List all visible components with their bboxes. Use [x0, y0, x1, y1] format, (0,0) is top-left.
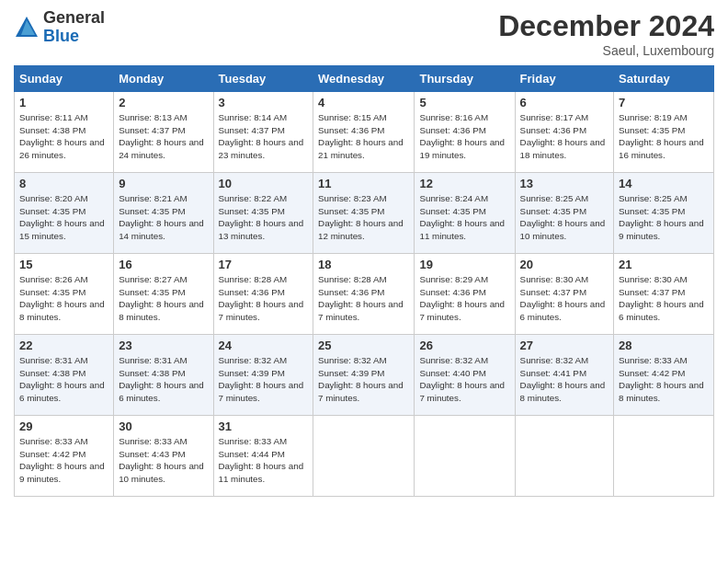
day-number: 7	[619, 96, 709, 109]
day-number: 6	[520, 96, 609, 109]
day-number: 22	[19, 339, 108, 352]
day-info: Sunrise: 8:30 AMSunset: 4:37 PMDaylight:…	[520, 274, 606, 322]
calendar-table: SundayMondayTuesdayWednesdayThursdayFrid…	[14, 65, 714, 497]
day-number: 11	[318, 177, 409, 190]
location: Saeul, Luxembourg	[498, 43, 714, 58]
day-cell-21: 21 Sunrise: 8:30 AMSunset: 4:37 PMDaylig…	[614, 254, 714, 335]
day-info: Sunrise: 8:28 AMSunset: 4:36 PMDaylight:…	[219, 274, 304, 322]
day-info: Sunrise: 8:20 AMSunset: 4:35 PMDaylight:…	[19, 193, 105, 241]
day-info: Sunrise: 8:33 AMSunset: 4:42 PMDaylight:…	[19, 436, 105, 484]
logo-blue-text: Blue	[43, 28, 105, 46]
day-number: 30	[119, 419, 208, 433]
day-number: 2	[119, 96, 208, 109]
day-cell-15: 15 Sunrise: 8:26 AMSunset: 4:35 PMDaylig…	[15, 254, 114, 335]
day-number: 19	[419, 258, 509, 271]
day-cell-26: 26 Sunrise: 8:32 AMSunset: 4:40 PMDaylig…	[415, 335, 515, 416]
day-info: Sunrise: 8:33 AMSunset: 4:43 PMDaylight:…	[119, 436, 204, 484]
day-cell-30: 30 Sunrise: 8:33 AMSunset: 4:43 PMDaylig…	[114, 416, 213, 497]
day-cell-18: 18 Sunrise: 8:28 AMSunset: 4:36 PMDaylig…	[313, 254, 415, 335]
logo-icon	[14, 15, 40, 40]
day-number: 27	[520, 339, 609, 352]
day-number: 5	[419, 96, 509, 109]
week-row-3: 15 Sunrise: 8:26 AMSunset: 4:35 PMDaylig…	[15, 254, 714, 335]
day-info: Sunrise: 8:16 AMSunset: 4:36 PMDaylight:…	[419, 112, 505, 160]
day-cell-1: 1 Sunrise: 8:11 AMSunset: 4:38 PMDayligh…	[15, 92, 114, 173]
header: General Blue December 2024 Saeul, Luxemb…	[14, 9, 714, 58]
day-cell-29: 29 Sunrise: 8:33 AMSunset: 4:42 PMDaylig…	[15, 416, 114, 497]
day-cell-31: 31 Sunrise: 8:33 AMSunset: 4:44 PMDaylig…	[213, 416, 313, 497]
day-info: Sunrise: 8:22 AMSunset: 4:35 PMDaylight:…	[219, 193, 304, 241]
day-number: 31	[219, 419, 309, 433]
day-info: Sunrise: 8:21 AMSunset: 4:35 PMDaylight:…	[119, 193, 204, 241]
day-info: Sunrise: 8:28 AMSunset: 4:36 PMDaylight:…	[318, 274, 404, 322]
day-cell-28: 28 Sunrise: 8:33 AMSunset: 4:42 PMDaylig…	[614, 335, 714, 416]
day-number: 14	[619, 177, 709, 190]
week-row-1: 1 Sunrise: 8:11 AMSunset: 4:38 PMDayligh…	[15, 92, 714, 173]
day-cell-6: 6 Sunrise: 8:17 AMSunset: 4:36 PMDayligh…	[515, 92, 613, 173]
logo: General Blue	[14, 9, 105, 46]
day-number: 15	[19, 258, 108, 271]
day-info: Sunrise: 8:32 AMSunset: 4:39 PMDaylight:…	[219, 355, 304, 403]
day-number: 25	[318, 339, 409, 352]
day-cell-11: 11 Sunrise: 8:23 AMSunset: 4:35 PMDaylig…	[313, 173, 415, 254]
day-cell-17: 17 Sunrise: 8:28 AMSunset: 4:36 PMDaylig…	[213, 254, 313, 335]
day-cell-20: 20 Sunrise: 8:30 AMSunset: 4:37 PMDaylig…	[515, 254, 613, 335]
day-number: 12	[419, 177, 509, 190]
day-number: 23	[119, 339, 208, 352]
week-row-5: 29 Sunrise: 8:33 AMSunset: 4:42 PMDaylig…	[15, 416, 714, 497]
month-title: December 2024	[498, 9, 714, 43]
day-number: 4	[318, 96, 409, 109]
day-number: 20	[520, 258, 609, 271]
day-info: Sunrise: 8:25 AMSunset: 4:35 PMDaylight:…	[619, 193, 704, 241]
day-number: 18	[318, 258, 409, 271]
day-number: 24	[219, 339, 309, 352]
day-info: Sunrise: 8:30 AMSunset: 4:37 PMDaylight:…	[619, 274, 704, 322]
weekday-header-tuesday: Tuesday	[213, 66, 313, 92]
week-row-4: 22 Sunrise: 8:31 AMSunset: 4:38 PMDaylig…	[15, 335, 714, 416]
logo-general-text: General	[43, 9, 105, 28]
day-number: 26	[419, 339, 509, 352]
day-info: Sunrise: 8:32 AMSunset: 4:40 PMDaylight:…	[419, 355, 505, 403]
day-info: Sunrise: 8:33 AMSunset: 4:42 PMDaylight:…	[619, 355, 704, 403]
day-info: Sunrise: 8:32 AMSunset: 4:39 PMDaylight:…	[318, 355, 404, 403]
day-info: Sunrise: 8:15 AMSunset: 4:36 PMDaylight:…	[318, 112, 404, 160]
day-cell-12: 12 Sunrise: 8:24 AMSunset: 4:35 PMDaylig…	[415, 173, 515, 254]
day-number: 8	[19, 177, 108, 190]
weekday-header-row: SundayMondayTuesdayWednesdayThursdayFrid…	[15, 66, 714, 92]
day-cell-14: 14 Sunrise: 8:25 AMSunset: 4:35 PMDaylig…	[614, 173, 714, 254]
day-info: Sunrise: 8:33 AMSunset: 4:44 PMDaylight:…	[219, 436, 304, 484]
day-number: 13	[520, 177, 609, 190]
day-cell-9: 9 Sunrise: 8:21 AMSunset: 4:35 PMDayligh…	[114, 173, 213, 254]
day-info: Sunrise: 8:29 AMSunset: 4:36 PMDaylight:…	[419, 274, 505, 322]
day-number: 10	[219, 177, 309, 190]
day-info: Sunrise: 8:27 AMSunset: 4:35 PMDaylight:…	[119, 274, 204, 322]
day-info: Sunrise: 8:31 AMSunset: 4:38 PMDaylight:…	[119, 355, 204, 403]
day-info: Sunrise: 8:11 AMSunset: 4:38 PMDaylight:…	[19, 112, 105, 160]
day-info: Sunrise: 8:14 AMSunset: 4:37 PMDaylight:…	[219, 112, 304, 160]
day-cell-2: 2 Sunrise: 8:13 AMSunset: 4:37 PMDayligh…	[114, 92, 213, 173]
title-section: December 2024 Saeul, Luxembourg	[498, 9, 714, 58]
day-cell-25: 25 Sunrise: 8:32 AMSunset: 4:39 PMDaylig…	[313, 335, 415, 416]
day-number: 28	[619, 339, 709, 352]
day-info: Sunrise: 8:19 AMSunset: 4:35 PMDaylight:…	[619, 112, 704, 160]
day-info: Sunrise: 8:23 AMSunset: 4:35 PMDaylight:…	[318, 193, 404, 241]
day-cell-13: 13 Sunrise: 8:25 AMSunset: 4:35 PMDaylig…	[515, 173, 613, 254]
day-info: Sunrise: 8:17 AMSunset: 4:36 PMDaylight:…	[520, 112, 606, 160]
weekday-header-thursday: Thursday	[415, 66, 515, 92]
empty-cell	[515, 416, 613, 497]
day-cell-27: 27 Sunrise: 8:32 AMSunset: 4:41 PMDaylig…	[515, 335, 613, 416]
logo-text: General Blue	[43, 9, 105, 46]
day-number: 29	[19, 419, 108, 433]
day-cell-16: 16 Sunrise: 8:27 AMSunset: 4:35 PMDaylig…	[114, 254, 213, 335]
day-info: Sunrise: 8:24 AMSunset: 4:35 PMDaylight:…	[419, 193, 505, 241]
empty-cell	[415, 416, 515, 497]
day-number: 9	[119, 177, 208, 190]
weekday-header-sunday: Sunday	[15, 66, 114, 92]
day-number: 21	[619, 258, 709, 271]
week-row-2: 8 Sunrise: 8:20 AMSunset: 4:35 PMDayligh…	[15, 173, 714, 254]
weekday-header-friday: Friday	[515, 66, 613, 92]
day-number: 1	[19, 96, 108, 109]
day-number: 16	[119, 258, 208, 271]
weekday-header-wednesday: Wednesday	[313, 66, 415, 92]
day-cell-8: 8 Sunrise: 8:20 AMSunset: 4:35 PMDayligh…	[15, 173, 114, 254]
